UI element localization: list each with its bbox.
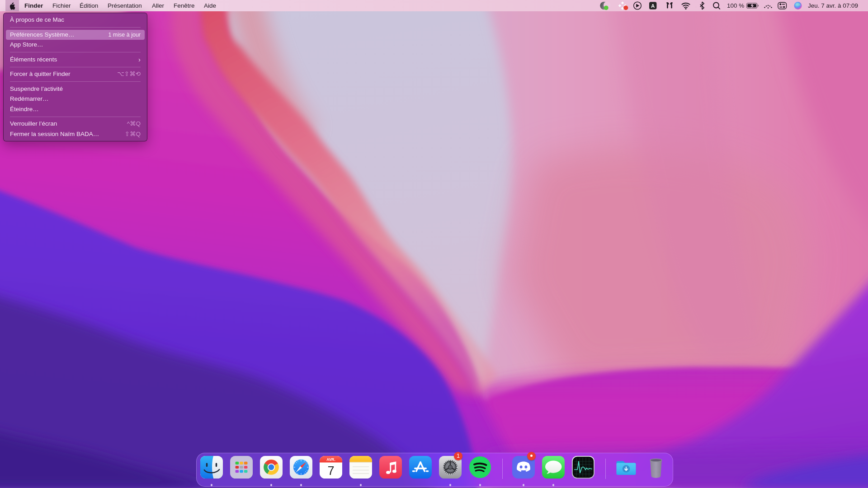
svg-text:100 %: 100 % xyxy=(727,2,744,9)
svg-text:A: A xyxy=(651,3,655,9)
svg-text:7: 7 xyxy=(327,464,334,478)
svg-text:Jeu. 7 avr. à 07:09: Jeu. 7 avr. à 07:09 xyxy=(808,2,858,9)
svg-text:AVR.: AVR. xyxy=(326,457,335,462)
